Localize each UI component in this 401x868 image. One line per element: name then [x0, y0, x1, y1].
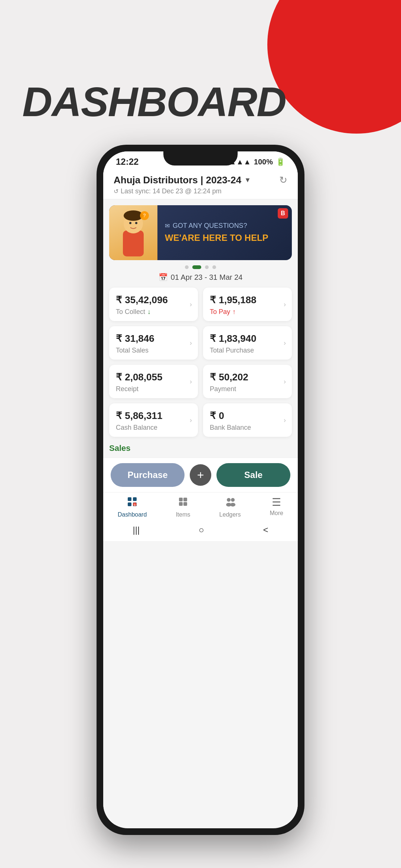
promo-banner: B [109, 205, 292, 260]
sync-text: Last sync: 14 Dec 23 @ 12:24 pm [121, 187, 221, 195]
stat-to-pay[interactable]: ₹ 1,95,188 To Pay ↑ › [203, 288, 292, 321]
app-content: Ahuja Distributors | 2023-24 ▼ ↻ ↺ Last … [103, 168, 298, 825]
bank-balance-amount: ₹ 0 [210, 410, 285, 422]
svg-point-4 [135, 222, 137, 224]
recents-nav-icon[interactable]: < [263, 525, 268, 535]
stat-payment[interactable]: ₹ 50,202 Payment › [203, 365, 292, 398]
sales-section-title: Sales [109, 443, 292, 453]
down-arrow-icon: ↓ [147, 308, 151, 316]
svg-rect-15 [179, 502, 183, 506]
dashboard-nav-label: Dashboard [118, 511, 147, 518]
svg-rect-13 [179, 498, 183, 501]
svg-point-18 [231, 498, 235, 502]
dot-2-active [192, 265, 201, 269]
action-bar: Purchase + Sale [103, 458, 298, 492]
status-icons: ▲▲▲ 100% 🔋 [229, 157, 285, 166]
nav-ledgers[interactable]: Ledgers [219, 496, 241, 518]
svg-point-17 [227, 498, 231, 502]
more-icon: ☰ [272, 496, 281, 508]
svg-rect-7 [128, 497, 131, 501]
svg-point-3 [129, 222, 131, 224]
stat-total-purchase[interactable]: ₹ 1,83,940 Total Purchase › [203, 326, 292, 360]
battery-full-icon: 🔋 [276, 157, 285, 166]
date-range-text: 01 Apr 23 - 31 Mar 24 [171, 273, 242, 282]
to-pay-label: To Pay ↑ [210, 308, 285, 316]
chevron-right-icon-8: › [284, 416, 286, 424]
status-time: 12:22 [116, 157, 138, 167]
date-range[interactable]: 📅 01 Apr 23 - 31 Mar 24 [103, 273, 298, 282]
chevron-down-icon: ▼ [244, 176, 251, 184]
svg-rect-16 [183, 502, 187, 506]
chevron-right-icon-6: › [284, 378, 286, 386]
more-nav-label: More [270, 510, 283, 517]
payment-amount: ₹ 50,202 [210, 371, 285, 383]
banner-dots [103, 265, 298, 269]
receipt-label: Receipt [116, 385, 191, 393]
home-nav-icon[interactable]: ○ [199, 525, 204, 535]
add-button[interactable]: + [190, 464, 211, 486]
phone-mockup: 12:22 ▲▲▲ 100% 🔋 Ahuja Distributors | 20… [97, 145, 304, 835]
svg-rect-9 [128, 502, 131, 506]
total-purchase-amount: ₹ 1,83,940 [210, 333, 285, 344]
total-sales-label: Total Sales [116, 347, 191, 354]
svg-text:1: 1 [134, 503, 136, 507]
bottom-nav: 1 Dashboard [103, 492, 298, 520]
svg-rect-0 [123, 230, 144, 256]
nav-items[interactable]: Items [176, 496, 190, 518]
stat-total-sales[interactable]: ₹ 31,846 Total Sales › [109, 326, 198, 360]
refresh-icon[interactable]: ↻ [279, 174, 287, 186]
dot-4 [212, 265, 216, 269]
to-collect-label: To Collect ↓ [116, 308, 191, 316]
dashboard-icon: 1 [127, 496, 138, 510]
bank-balance-label: Bank Balance [210, 424, 285, 432]
ledgers-icon [225, 496, 236, 510]
total-sales-amount: ₹ 31,846 [116, 333, 191, 344]
company-name-text: Ahuja Distributors | 2023-24 [114, 174, 241, 186]
to-pay-amount: ₹ 1,95,188 [210, 294, 285, 306]
chevron-right-icon-3: › [190, 339, 192, 347]
up-arrow-icon: ↑ [232, 308, 236, 316]
receipt-amount: ₹ 2,08,055 [116, 371, 191, 383]
calendar-icon: 📅 [159, 273, 168, 282]
nav-more[interactable]: ☰ More [270, 496, 283, 518]
to-collect-amount: ₹ 35,42,096 [116, 294, 191, 306]
stats-grid: ₹ 35,42,096 To Collect ↓ › ₹ 1,95,188 To… [103, 288, 298, 437]
sync-icon: ↺ [114, 188, 118, 195]
dot-1 [185, 265, 189, 269]
page-title: DASHBOARD [22, 78, 286, 126]
banner-main-text: WE'ARE HERE TO HELP [165, 232, 284, 243]
nav-dashboard[interactable]: 1 Dashboard [118, 496, 147, 518]
ledgers-nav-label: Ledgers [219, 511, 241, 518]
back-nav-icon[interactable]: ||| [133, 525, 140, 535]
sales-section: Sales [103, 438, 298, 453]
svg-rect-14 [183, 498, 187, 501]
total-purchase-label: Total Purchase [210, 347, 285, 354]
chevron-right-icon-5: › [190, 378, 192, 386]
cash-balance-label: Cash Balance [116, 424, 191, 432]
battery-icon: 100% [254, 158, 273, 166]
stat-bank-balance[interactable]: ₹ 0 Bank Balance › [203, 403, 292, 437]
items-nav-label: Items [176, 511, 190, 518]
stat-cash-balance[interactable]: ₹ 5,86,311 Cash Balance › [109, 403, 198, 437]
app-header: Ahuja Distributors | 2023-24 ▼ ↻ ↺ Last … [103, 168, 298, 199]
stat-to-collect[interactable]: ₹ 35,42,096 To Collect ↓ › [109, 288, 198, 321]
banner-illustration: ? [109, 205, 157, 260]
system-nav-bar: ||| ○ < [103, 520, 298, 541]
chevron-right-icon-4: › [284, 339, 286, 347]
company-selector[interactable]: Ahuja Distributors | 2023-24 ▼ [114, 174, 251, 186]
banner-close-button[interactable]: B [278, 208, 288, 219]
phone-notch [163, 151, 238, 166]
chevron-right-icon-2: › [284, 301, 286, 308]
banner-question-text: GOT ANY QUESTIONS? [173, 222, 247, 230]
banner-text: ✉ GOT ANY QUESTIONS? WE'ARE HERE TO HELP [157, 216, 292, 249]
payment-label: Payment [210, 385, 285, 393]
svg-point-20 [230, 503, 235, 507]
sale-button[interactable]: Sale [216, 463, 290, 487]
stat-receipt[interactable]: ₹ 2,08,055 Receipt › [109, 365, 198, 398]
svg-text:?: ? [143, 213, 146, 218]
purchase-button[interactable]: Purchase [111, 463, 185, 487]
svg-rect-8 [133, 497, 137, 501]
cash-balance-amount: ₹ 5,86,311 [116, 410, 191, 422]
chevron-right-icon: › [190, 301, 192, 308]
bg-decoration [267, 0, 401, 134]
